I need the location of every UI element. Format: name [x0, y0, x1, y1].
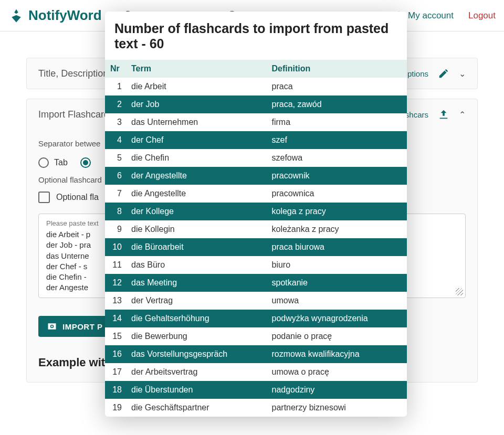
cell-nr: 17 [105, 363, 126, 381]
th-definition: Definition [267, 60, 407, 78]
table-row: 17der Arbeitsvertragumowa o pracę [105, 363, 407, 381]
cell-definition: pracownica [267, 185, 407, 203]
cell-nr: 8 [105, 203, 126, 220]
cell-definition: koleżanka z pracy [267, 220, 407, 238]
table-row: 2der Jobpraca, zawód [105, 96, 407, 113]
cell-definition: rozmowa kwalifikacyjna [267, 345, 407, 363]
cell-nr: 5 [105, 149, 126, 167]
cell-definition: szefowa [267, 149, 407, 167]
import-preview-modal: Number of flashcards to import from past… [105, 12, 407, 417]
cell-term: das Meeting [126, 274, 267, 292]
table-header-row: Nr Term Definition [105, 60, 407, 78]
cell-definition: umowa o pracę [267, 363, 407, 381]
cell-definition: partnerzy biznesowi [267, 399, 407, 417]
cell-nr: 3 [105, 113, 126, 131]
cell-term: die Überstunden [126, 381, 267, 399]
cell-definition: umowa [267, 292, 407, 310]
cell-nr: 9 [105, 220, 126, 238]
table-row: 1die Arbeitpraca [105, 78, 407, 96]
cell-term: die Kollegin [126, 220, 267, 238]
table-row: 11das Bürobiuro [105, 256, 407, 274]
table-row: 19die Geschäftspartnerpartnerzy biznesow… [105, 399, 407, 417]
cell-term: der Arbeitsvertrag [126, 363, 267, 381]
cell-term: die Gehaltserhöhung [126, 310, 267, 327]
table-row: 4der Chefszef [105, 131, 407, 149]
table-row: 5die Chefinszefowa [105, 149, 407, 167]
cell-term: die Chefin [126, 149, 267, 167]
cell-term: die Geschäftspartner [126, 399, 267, 417]
cell-definition: podwyżka wynagrodzenia [267, 310, 407, 327]
cell-nr: 1 [105, 78, 126, 96]
cell-definition: pracownik [267, 167, 407, 185]
cell-definition: podanie o pracę [267, 327, 407, 345]
cell-term: der Vertrag [126, 292, 267, 310]
table-row: 14die Gehaltserhöhungpodwyżka wynagrodze… [105, 310, 407, 327]
cell-term: das Vorstellungsgespräch [126, 345, 267, 363]
cell-term: die Büroarbeit [126, 238, 267, 256]
cell-definition: firma [267, 113, 407, 131]
cell-nr: 12 [105, 274, 126, 292]
cell-term: die Angestellte [126, 185, 267, 203]
preview-table: Nr Term Definition 1die Arbeitpraca2der … [105, 60, 407, 417]
cell-nr: 6 [105, 167, 126, 185]
table-row: 15die Bewerbungpodanie o pracę [105, 327, 407, 345]
cell-definition: praca biurowa [267, 238, 407, 256]
cell-nr: 7 [105, 185, 126, 203]
table-row: 16das Vorstellungsgesprächrozmowa kwalif… [105, 345, 407, 363]
th-term: Term [126, 60, 267, 78]
cell-term: der Job [126, 96, 267, 113]
cell-definition: biuro [267, 256, 407, 274]
cell-nr: 14 [105, 310, 126, 327]
cell-term: der Kollege [126, 203, 267, 220]
cell-definition: nadgodziny [267, 381, 407, 399]
cell-definition: praca, zawód [267, 96, 407, 113]
cell-definition: kolega z pracy [267, 203, 407, 220]
cell-definition: spotkanie [267, 274, 407, 292]
cell-nr: 13 [105, 292, 126, 310]
cell-nr: 2 [105, 96, 126, 113]
cell-nr: 16 [105, 345, 126, 363]
cell-definition: szef [267, 131, 407, 149]
table-row: 7die Angestelltepracownica [105, 185, 407, 203]
table-row: 3das Unternehmenfirma [105, 113, 407, 131]
table-row: 9die Kolleginkoleżanka z pracy [105, 220, 407, 238]
cell-nr: 15 [105, 327, 126, 345]
cell-term: der Angestellte [126, 167, 267, 185]
cell-nr: 18 [105, 381, 126, 399]
modal-title: Number of flashcards to import from past… [105, 21, 407, 60]
cell-term: die Bewerbung [126, 327, 267, 345]
table-row: 6der Angestelltepracownik [105, 167, 407, 185]
table-row: 13der Vertragumowa [105, 292, 407, 310]
th-nr: Nr [105, 60, 126, 78]
table-row: 12das Meetingspotkanie [105, 274, 407, 292]
cell-nr: 19 [105, 399, 126, 417]
table-row: 18die Überstundennadgodziny [105, 381, 407, 399]
cell-term: das Büro [126, 256, 267, 274]
cell-term: die Arbeit [126, 78, 267, 96]
table-row: 8der Kollegekolega z pracy [105, 203, 407, 220]
table-row: 10die Büroarbeitpraca biurowa [105, 238, 407, 256]
cell-nr: 4 [105, 131, 126, 149]
cell-term: das Unternehmen [126, 113, 267, 131]
cell-term: der Chef [126, 131, 267, 149]
cell-nr: 10 [105, 238, 126, 256]
cell-nr: 11 [105, 256, 126, 274]
cell-definition: praca [267, 78, 407, 96]
